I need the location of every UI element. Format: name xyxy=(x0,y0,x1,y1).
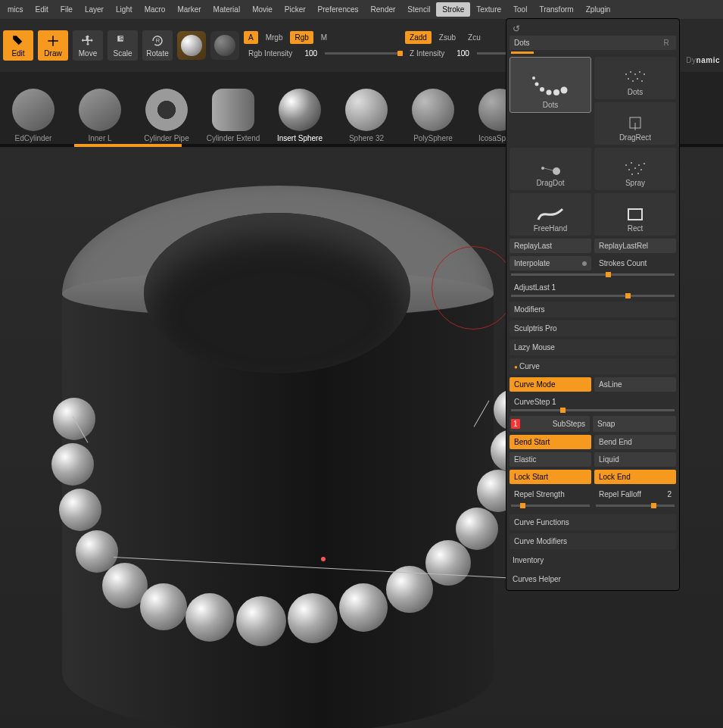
curvemode-button[interactable]: Curve Mode xyxy=(510,377,591,392)
substeps-value: 1 xyxy=(511,419,520,429)
brush-item-innerl[interactable]: Inner L xyxy=(67,72,133,145)
scale-button[interactable]: S Scale xyxy=(108,30,138,61)
bead-icon xyxy=(339,583,388,632)
menu-item-14[interactable]: Texture xyxy=(470,2,507,17)
menu-item-1[interactable]: Edit xyxy=(30,2,55,17)
snap-button[interactable]: Snap xyxy=(593,416,676,432)
dot-icon xyxy=(582,261,587,266)
brush-item-sphere32[interactable]: Sphere 32 xyxy=(333,72,400,145)
zadd-button[interactable]: Zadd xyxy=(405,31,432,44)
menu-item-8[interactable]: Movie xyxy=(246,2,279,17)
menu-item-15[interactable]: Tool xyxy=(507,2,533,17)
repelstrength-slider[interactable] xyxy=(511,505,590,507)
repelfalloff-row: Repel Falloff 2 xyxy=(594,487,676,501)
bead-icon xyxy=(425,540,471,586)
m-button[interactable]: M xyxy=(316,31,332,44)
menu-item-17[interactable]: Zplugin xyxy=(580,2,617,17)
zsub-button[interactable]: Zsub xyxy=(435,31,460,44)
menu-item-10[interactable]: Preferences xyxy=(312,2,365,17)
menu-item-11[interactable]: Render xyxy=(365,2,402,17)
curvemodifiers-section[interactable]: Curve Modifiers xyxy=(510,533,676,549)
menu-item-12[interactable]: Stencil xyxy=(401,2,436,17)
menu-item-5[interactable]: Macro xyxy=(139,2,172,17)
rotate-button[interactable]: R Rotate xyxy=(142,30,173,61)
repelfalloff-value: 2 xyxy=(667,490,672,498)
brush-thumb-icon xyxy=(79,89,121,131)
curvestep-slider[interactable] xyxy=(511,409,675,411)
adjustlast-slider[interactable] xyxy=(511,295,675,297)
bead-icon xyxy=(140,583,187,630)
brush-thumb-icon xyxy=(412,89,454,131)
stroke-mode-dots-big[interactable]: Dots xyxy=(510,57,591,113)
material-preview-button[interactable] xyxy=(177,31,206,60)
brush-item-cylext[interactable]: Cylinder Extend xyxy=(200,72,266,145)
repelfalloff-label: Repel Falloff xyxy=(599,490,641,498)
move-button[interactable]: Move xyxy=(73,30,103,61)
edit-label: Edit xyxy=(11,49,24,58)
bead-icon xyxy=(51,443,94,486)
stroke-name-header[interactable]: Dots R xyxy=(510,36,676,50)
menu-item-4[interactable]: Light xyxy=(110,2,139,17)
lockstart-button[interactable]: Lock Start xyxy=(510,470,591,484)
menu-item-6[interactable]: Marker xyxy=(171,2,207,17)
liquid-button[interactable]: Liquid xyxy=(594,452,676,467)
bendend-button[interactable]: Bend End xyxy=(594,435,676,449)
rgb-button[interactable]: Rgb xyxy=(290,31,313,44)
stroke-mode-dragrect[interactable]: DragRect xyxy=(594,102,676,145)
menu-item-stroke[interactable]: Stroke xyxy=(436,2,470,17)
history-icon[interactable]: ↺ xyxy=(510,22,676,36)
move-label: Move xyxy=(79,49,97,58)
material-preview-button-2[interactable] xyxy=(210,31,239,60)
curve-section[interactable]: Curve xyxy=(510,358,676,374)
menu-item-0[interactable]: mics xyxy=(2,2,30,17)
adjustlast-value: 1 xyxy=(551,283,556,292)
edit-button[interactable]: Edit xyxy=(3,30,33,61)
stroke-mode-dragdot[interactable]: DragDot xyxy=(510,148,591,190)
stroke-mode-rect[interactable]: Rect xyxy=(594,193,676,236)
asline-button[interactable]: AsLine xyxy=(594,377,676,392)
dynamic-label: Dynamic xyxy=(686,56,720,64)
stroke-mode-dots[interactable]: Dots xyxy=(594,57,676,99)
move-icon xyxy=(81,34,95,48)
brush-item-polysphere[interactable]: PolySphere xyxy=(400,72,466,145)
lazymouse-section[interactable]: Lazy Mouse xyxy=(510,339,676,355)
replaylast-button[interactable]: ReplayLast xyxy=(510,239,591,253)
replaylastrel-button[interactable]: ReplayLastRel xyxy=(594,239,676,253)
svg-point-3 xyxy=(532,77,535,80)
substeps-button[interactable]: 1 SubSteps xyxy=(510,416,590,432)
repelfalloff-slider[interactable] xyxy=(596,505,675,507)
curvestep-label: CurveStep xyxy=(514,398,550,406)
lockend-button[interactable]: Lock End xyxy=(594,470,676,484)
modifiers-section[interactable]: Modifiers xyxy=(510,302,676,317)
menu-item-7[interactable]: Material xyxy=(207,2,247,17)
curvefunctions-section[interactable]: Curve Functions xyxy=(510,514,676,530)
draw-button[interactable]: Draw xyxy=(38,30,68,61)
menu-item-2[interactable]: File xyxy=(55,2,79,17)
elastic-button[interactable]: Elastic xyxy=(510,452,591,467)
stroke-mode-freehand[interactable]: FreeHand xyxy=(510,193,591,236)
mrgb-button[interactable]: Mrgb xyxy=(261,31,288,44)
reset-button[interactable]: R xyxy=(661,39,672,47)
brush-thumb-icon xyxy=(345,89,388,131)
inventory-section[interactable]: Inventory xyxy=(510,552,676,568)
a-button[interactable]: A xyxy=(244,31,258,44)
interpolate-button[interactable]: Interpolate xyxy=(510,256,591,270)
zcut-button[interactable]: Zcu xyxy=(463,31,485,44)
rotate-icon: R xyxy=(151,34,164,48)
curveshelper-section[interactable]: Curves Helper xyxy=(510,571,676,587)
svg-point-24 xyxy=(644,163,645,164)
menu-item-3[interactable]: Layer xyxy=(79,2,110,17)
shelf-selection-underline xyxy=(74,144,182,147)
stroke-mode-spray[interactable]: Spray xyxy=(594,148,676,190)
strokes-count-slider[interactable] xyxy=(511,273,675,276)
brush-item-cylpipe[interactable]: Cylinder Pipe xyxy=(133,72,200,145)
brush-item-edcylinder[interactable]: EdCylinder xyxy=(0,72,67,145)
rgb-intensity-slider[interactable] xyxy=(325,52,400,55)
stroke-mode-label: FreeHand xyxy=(534,224,567,233)
dots-spray-icon xyxy=(620,68,650,86)
brush-item-insertsphere[interactable]: Insert Sphere xyxy=(266,72,333,145)
bendstart-button[interactable]: Bend Start xyxy=(510,435,591,449)
menu-item-16[interactable]: Transform xyxy=(533,2,579,17)
sculptris-section[interactable]: Sculptris Pro xyxy=(510,320,676,336)
menu-item-9[interactable]: Picker xyxy=(279,2,312,17)
